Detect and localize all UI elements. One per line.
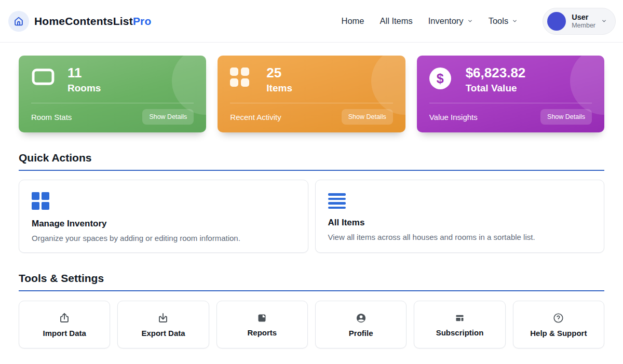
stat-value: $6,823.82 [466,65,526,81]
export-data-card[interactable]: Export Data [117,301,209,348]
tool-label: Help & Support [530,329,587,338]
chevron-down-icon [467,18,473,24]
stat-card-items[interactable]: 25 Items Recent Activity Show Details [218,56,405,132]
user-name: User [572,12,595,22]
stat-footer-label: Recent Activity [230,113,281,122]
grid-dots-icon [230,65,255,87]
stat-footer-label: Room Stats [31,113,72,122]
help-icon [552,312,564,324]
avatar [547,12,566,31]
section-divider [19,170,604,171]
list-icon [328,192,346,209]
show-details-button[interactable]: Show Details [142,109,194,125]
nav-home[interactable]: Home [341,16,364,26]
tool-label: Reports [247,328,277,337]
user-menu[interactable]: User Member [543,8,616,35]
subscription-card[interactable]: Subscription [414,301,505,348]
user-role: Member [572,22,595,30]
nav-tools-label: Tools [489,16,509,26]
show-details-button[interactable]: Show Details [540,109,592,125]
download-icon [157,312,169,324]
brand-name: HomeContentsList [34,15,133,27]
main-content: 11 Rooms Room Stats Show Details 25 Item… [0,43,623,348]
action-description: View all items across all houses and roo… [328,233,592,241]
tool-label: Profile [349,329,373,338]
profile-card[interactable]: Profile [315,301,407,348]
app-header: HomeContentsListPro Home All Items Inven… [0,0,623,43]
show-details-button[interactable]: Show Details [342,109,393,125]
brand-suffix: Pro [133,15,152,27]
dollar-glyph: $ [437,71,444,86]
stats-row: 11 Rooms Room Stats Show Details 25 Item… [19,56,604,132]
nav-all-items-label: All Items [380,16,412,26]
brand-title[interactable]: HomeContentsListPro [34,15,151,28]
house-icon [13,16,24,27]
stat-label: Total Value [466,83,526,94]
stat-label: Items [266,83,292,94]
stat-label: Rooms [67,83,101,94]
nav-all-items[interactable]: All Items [380,16,412,26]
upload-icon [58,312,71,324]
nav-inventory[interactable]: Inventory [428,16,473,26]
room-frame-icon [31,65,56,86]
tools-row: Import Data Export Data Reports [19,301,604,348]
section-divider [19,290,604,291]
action-title: All Items [328,218,592,228]
stat-footer-label: Value Insights [429,113,478,122]
nav-inventory-label: Inventory [428,16,464,26]
logo[interactable] [8,11,29,32]
dollar-icon: $ [429,65,454,89]
stat-card-total-value[interactable]: $ $6,823.82 Total Value Value Insights S… [417,56,604,132]
person-icon [355,312,367,324]
tool-label: Export Data [141,329,185,338]
report-icon [256,313,267,323]
action-title: Manage Inventory [32,219,295,229]
help-support-card[interactable]: Help & Support [513,301,604,348]
quick-actions-title: Quick Actions [19,152,604,164]
nav-tools[interactable]: Tools [489,16,518,26]
tools-settings-title: Tools & Settings [19,272,604,285]
tool-label: Import Data [43,329,86,338]
quick-actions-row: Manage Inventory Organize your spaces by… [19,180,604,253]
action-description: Organize your spaces by adding or editin… [32,234,295,242]
chevron-down-icon [601,18,607,24]
stat-card-rooms[interactable]: 11 Rooms Room Stats Show Details [19,56,206,132]
reports-card[interactable]: Reports [216,301,308,348]
all-items-card[interactable]: All Items View all items across all hous… [315,180,605,253]
import-data-card[interactable]: Import Data [19,301,110,348]
tool-label: Subscription [436,328,484,337]
main-nav: Home All Items Inventory Tools [341,16,518,26]
stat-value: 11 [67,65,101,81]
subscription-icon [454,313,465,323]
nav-home-label: Home [341,16,364,26]
grid-icon [32,192,295,210]
manage-inventory-card[interactable]: Manage Inventory Organize your spaces by… [19,180,308,253]
stat-value: 25 [266,65,292,81]
chevron-down-icon [512,18,518,24]
